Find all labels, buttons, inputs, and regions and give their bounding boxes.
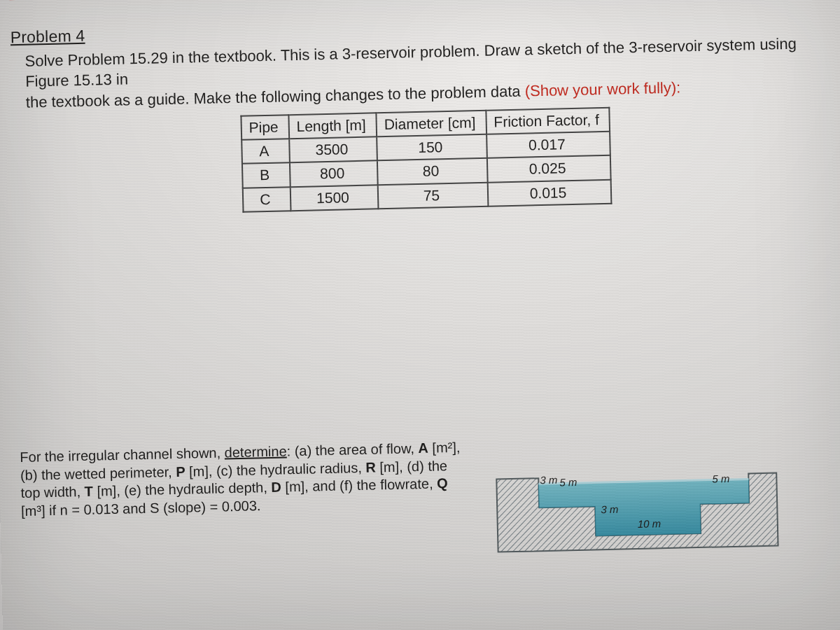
var-D: D <box>271 479 281 495</box>
label-bottom: 10 m <box>638 517 662 531</box>
col-friction: Friction Factor, f <box>486 108 610 134</box>
cell-friction: 0.015 <box>487 180 611 206</box>
cell-length: 1500 <box>290 185 379 211</box>
var-T: T <box>84 484 93 499</box>
var-A: A <box>418 440 428 456</box>
col-diameter: Diameter [cm] <box>376 111 486 137</box>
cell-pipe: B <box>242 163 290 188</box>
cell-friction: 0.025 <box>487 155 611 182</box>
label-left-top: 5 m <box>559 475 577 490</box>
cell-pipe: C <box>243 187 291 212</box>
label-left-depth: 3 m <box>540 473 557 488</box>
channel-problem-block: For the irregular channel shown, determi… <box>20 430 840 589</box>
partial-previous-line: Show your work fully. <box>9 0 835 3</box>
cell-length: 3500 <box>289 136 377 162</box>
document-page: Show your work fully. Problem 4 Solve Pr… <box>0 0 840 630</box>
var-R: R <box>365 459 376 475</box>
txt: [m], (e) the hydraulic depth, <box>93 479 272 499</box>
label-right-top: 5 m <box>712 472 729 486</box>
txt: [m³] if n = 0.013 and S (slope) = 0.003. <box>21 498 261 519</box>
show-work-phrase: (Show your work fully): <box>524 79 680 100</box>
pipe-table: Pipe Length [m] Diameter [cm] Friction F… <box>240 107 612 213</box>
txt: For the irregular channel shown, <box>20 445 225 465</box>
cell-diameter: 150 <box>377 134 486 161</box>
channel-problem-text: For the irregular channel shown, determi… <box>20 439 469 521</box>
cell-pipe: A <box>241 139 290 164</box>
cell-length: 800 <box>290 161 378 187</box>
channel-cross-section-figure: 3 m 5 m 5 m 3 m 10 m <box>489 431 785 578</box>
page-content: Show your work fully. Problem 4 Solve Pr… <box>0 0 840 589</box>
txt: : (a) the area of flow, <box>286 440 418 458</box>
cell-friction: 0.017 <box>486 132 610 158</box>
var-P: P <box>176 463 186 479</box>
txt: [m], (c) the hydraulic radius, <box>185 460 365 479</box>
channel-svg <box>489 431 785 578</box>
col-length: Length [m] <box>288 113 377 139</box>
label-mid-depth: 3 m <box>601 503 618 517</box>
cell-diameter: 75 <box>378 183 488 209</box>
var-Q: Q <box>437 476 448 491</box>
col-pipe: Pipe <box>241 115 289 140</box>
txt: [m], and (f) the flowrate, <box>281 476 438 495</box>
txt-determine: determine <box>224 444 286 461</box>
cell-diameter: 80 <box>377 158 487 185</box>
